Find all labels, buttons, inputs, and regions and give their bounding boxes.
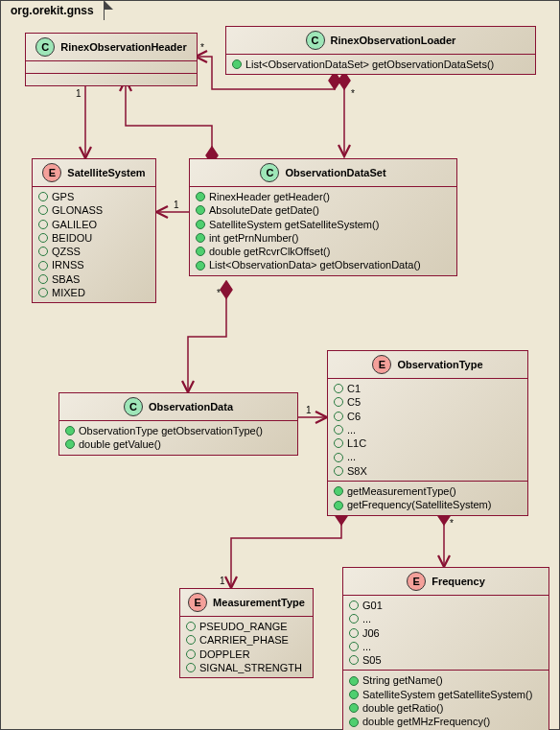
- vis-enum-icon: [186, 622, 196, 631]
- member: CARRIER_PHASE: [186, 633, 307, 647]
- vis-public-icon: [196, 192, 205, 201]
- mult-header-sat: 1: [76, 88, 82, 99]
- class-name: ObservationDataSet: [285, 167, 385, 178]
- enum-obs-type: E ObservationType C1C5C6...L1C...S8X get…: [327, 350, 528, 516]
- class-obs-data: C ObservationData ObservationType getObs…: [58, 392, 298, 456]
- vis-public-icon: [196, 205, 205, 215]
- class-rinex-loader: C RinexObservationLoader List<Observatio…: [225, 26, 536, 75]
- member: J06: [349, 626, 543, 640]
- member: SatelliteSystem getSatelliteSystem(): [196, 218, 451, 231]
- class-name: ObservationData: [149, 401, 233, 412]
- vis-enum-icon: [349, 600, 359, 610]
- member: C6: [334, 410, 522, 423]
- member: ...: [349, 612, 543, 625]
- vis-public-icon: [196, 220, 205, 229]
- member: L1C: [334, 436, 522, 450]
- member: ...: [334, 450, 522, 463]
- vis-enum-icon: [349, 614, 359, 624]
- class-name: ObservationType: [397, 359, 482, 370]
- member: DOPPLER: [186, 648, 307, 661]
- vis-enum-icon: [334, 466, 343, 476]
- vis-public-icon: [349, 676, 359, 686]
- vis-enum-icon: [334, 412, 343, 421]
- vis-enum-icon: [38, 261, 48, 271]
- member: S05: [349, 653, 543, 667]
- member: RinexHeader getHeader(): [196, 190, 451, 203]
- member: G01: [349, 599, 543, 612]
- vis-enum-icon: [38, 288, 48, 297]
- member: C5: [334, 395, 522, 409]
- member: MIXED: [38, 286, 150, 299]
- mult-set-data: *: [217, 288, 221, 298]
- member: List<ObservationData> getObservationData…: [196, 258, 451, 271]
- package-frame: org.orekit.gnss: [0, 0, 560, 730]
- vis-enum-icon: [349, 628, 359, 638]
- member: AbsoluteDate getDate(): [196, 203, 451, 217]
- vis-public-icon: [65, 426, 75, 436]
- vis-public-icon: [349, 718, 359, 727]
- vis-enum-icon: [186, 635, 196, 645]
- member: ...: [334, 423, 522, 436]
- enum-icon: E: [407, 572, 426, 591]
- vis-public-icon: [334, 501, 343, 510]
- package-tab: org.orekit.gnss: [0, 0, 105, 20]
- vis-enum-icon: [349, 655, 359, 665]
- vis-public-icon: [232, 59, 242, 69]
- vis-enum-icon: [334, 453, 343, 462]
- vis-enum-icon: [334, 425, 343, 435]
- vis-public-icon: [196, 247, 205, 256]
- mult-type-meas: 1: [220, 576, 225, 586]
- member: ObservationType getObservationType(): [65, 424, 292, 437]
- vis-enum-icon: [334, 438, 343, 448]
- mult-loader-header: *: [200, 42, 204, 53]
- vis-public-icon: [334, 486, 343, 496]
- mult-type-freq: *: [450, 518, 454, 529]
- enum-icon: E: [372, 355, 391, 374]
- member: SatelliteSystem getSatelliteSystem(): [349, 688, 543, 701]
- member: double getValue(): [65, 437, 292, 451]
- vis-enum-icon: [38, 192, 48, 201]
- member: GLONASS: [38, 203, 150, 217]
- vis-enum-icon: [334, 397, 343, 407]
- class-icon: C: [124, 397, 143, 416]
- member: getFrequency(SatelliteSystem): [334, 498, 522, 511]
- member: ...: [349, 640, 543, 653]
- vis-enum-icon: [38, 233, 48, 243]
- class-name: Frequency: [432, 576, 485, 587]
- mult-loader-set: *: [351, 88, 355, 99]
- member: double getRcvrClkOffset(): [196, 245, 451, 258]
- mult-data-type: 1: [306, 405, 312, 415]
- member: String getName(): [349, 673, 543, 687]
- vis-enum-icon: [38, 247, 48, 256]
- class-rinex-header: C RinexObservationHeader: [25, 33, 198, 86]
- mult-set-sat: 1: [174, 200, 179, 210]
- class-icon: C: [306, 31, 325, 50]
- method-list: List<ObservationDataSet> getObservationD…: [226, 55, 535, 74]
- enum-satellite-system: E SatelliteSystem GPSGLONASSGALILEOBEIDO…: [32, 158, 156, 303]
- vis-enum-icon: [38, 220, 48, 229]
- member: SBAS: [38, 272, 150, 286]
- class-icon: C: [260, 163, 279, 182]
- vis-enum-icon: [334, 384, 343, 393]
- vis-public-icon: [65, 439, 75, 449]
- vis-public-icon: [349, 703, 359, 713]
- member: C1: [334, 382, 522, 395]
- member: PSEUDO_RANGE: [186, 620, 307, 633]
- member: GALILEO: [38, 218, 150, 231]
- vis-public-icon: [196, 261, 205, 271]
- vis-public-icon: [349, 690, 359, 699]
- class-icon: C: [35, 37, 55, 57]
- member: double getRatio(): [349, 701, 543, 715]
- member: QZSS: [38, 245, 150, 258]
- member: BEIDOU: [38, 231, 150, 245]
- vis-enum-icon: [38, 205, 48, 215]
- vis-enum-icon: [186, 649, 196, 659]
- member: S8X: [334, 464, 522, 478]
- enum-meas-type: E MeasurementType PSEUDO_RANGECARRIER_PH…: [179, 588, 314, 678]
- enum-frequency: E Frequency G01...J06...S05 String getNa…: [342, 567, 549, 730]
- member: int getPrnNumber(): [196, 231, 451, 245]
- vis-enum-icon: [186, 663, 196, 672]
- vis-enum-icon: [38, 274, 48, 284]
- member: SIGNAL_STRENGTH: [186, 661, 307, 674]
- member: GPS: [38, 190, 150, 203]
